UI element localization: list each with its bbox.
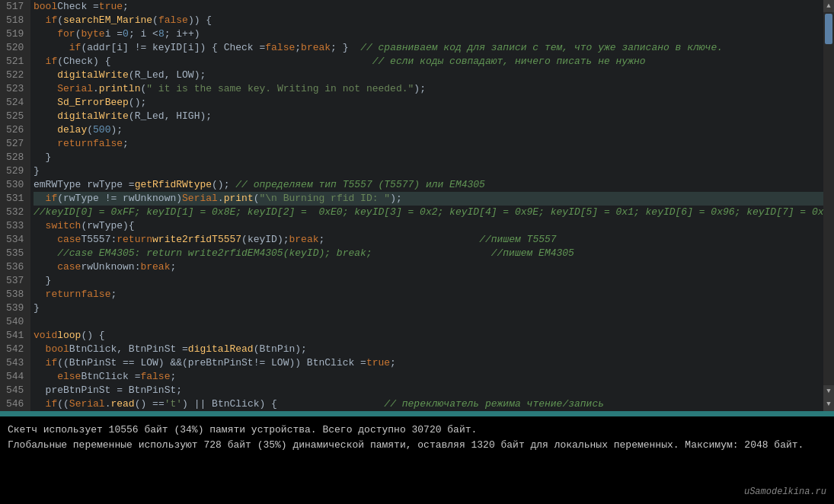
scroll-thumb[interactable]: [825, 14, 832, 44]
code-line: preBtnPinSt = BtnPinSt;: [34, 384, 831, 397]
code-line: else BtnClick = false;: [34, 370, 831, 384]
scroll-down-button[interactable]: ▼: [823, 385, 834, 397]
line-numbers: 517 518 519 520 521 522 523 524 525 526 …: [0, 0, 30, 411]
code-line: bool BtnClick, BtnPinSt = digitalRead(Bt…: [34, 343, 831, 356]
code-line: digitalWrite(R_Led, LOW);: [34, 69, 831, 82]
code-line: delay(500);: [34, 123, 831, 137]
console-line1: Скетч использует 10556 байт (34%) памяти…: [8, 423, 826, 438]
code-line: case T5557: return write2rfidT5557(keyID…: [34, 233, 831, 247]
code-line: digitalWrite(R_Led, HIGH);: [34, 110, 831, 123]
code-line: if ((BtnPinSt == LOW) &&(preBtnPinSt!= L…: [34, 356, 831, 370]
code-content[interactable]: bool Check = true; if (searchEM_Marine(f…: [30, 0, 834, 411]
code-line: if (searchEM_Marine(false)) {: [34, 14, 831, 27]
code-line: return false;: [34, 137, 831, 151]
code-line: case rwUnknown: break;: [34, 260, 831, 274]
code-line: switch (rwType){: [34, 219, 831, 233]
code-line: bool Check = true;: [34, 0, 831, 14]
code-line: if (addr[i] != keyID[i]) { Check = false…: [34, 41, 831, 55]
vertical-scrollbar[interactable]: ▲ ▼ ▼: [823, 0, 834, 411]
editor-area[interactable]: 517 518 519 520 521 522 523 524 525 526 …: [0, 0, 834, 411]
code-line: return false;: [34, 288, 831, 301]
code-line: }: [34, 274, 831, 288]
watermark: uSamodelkina.ru: [744, 484, 826, 499]
code-line-highlight: if (rwType != rwUnknown) Serial.print("\…: [34, 192, 831, 206]
code-line: //keyID[0] = 0xFF; keyID[1] = 0x8E; keyI…: [34, 206, 831, 219]
code-line: }: [34, 164, 831, 178]
console-area: Скетч использует 10556 байт (34%) памяти…: [0, 416, 834, 504]
code-line: }: [34, 151, 831, 164]
code-line: Sd_ErrorBeep();: [34, 96, 831, 110]
code-line: if (Check) { // если коды совпадают, нич…: [34, 55, 831, 69]
code-line-empty: [34, 315, 831, 329]
code-line: emRWType rwType = getRfidRWtype(); // оп…: [34, 178, 831, 192]
code-line: //case EM4305: return write2rfidEM4305(k…: [34, 247, 831, 260]
status-bar: [0, 411, 834, 416]
code-line: }: [34, 301, 831, 315]
code-line: for (byte i = 0; i < 8; i++): [34, 27, 831, 41]
code-line: void loop() {: [34, 329, 831, 343]
scroll-up-button[interactable]: ▲: [823, 0, 834, 12]
code-line: Serial.println(" it is the same key. Wri…: [34, 82, 831, 96]
code-line: if ((Serial.read() == 't') || BtnClick) …: [34, 397, 831, 411]
console-line2: Глобальные переменные используют 728 бай…: [8, 438, 826, 453]
scroll-last-button[interactable]: ▼: [823, 397, 834, 411]
